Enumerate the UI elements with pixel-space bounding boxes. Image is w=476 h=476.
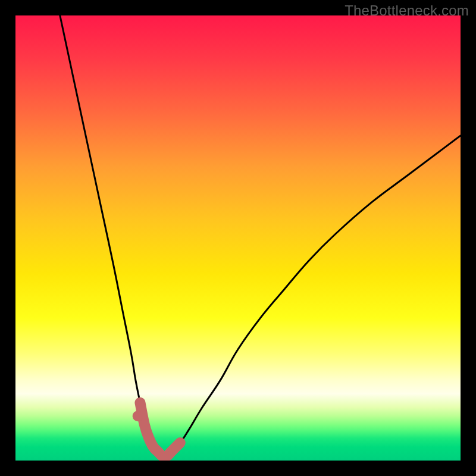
chart-frame: TheBottleneck.com — [0, 0, 476, 476]
chart-plot-area — [15, 15, 461, 461]
watermark-text: TheBottleneck.com — [345, 2, 469, 19]
optimal-range-highlight — [15, 15, 461, 461]
svg-point-0 — [133, 411, 143, 421]
